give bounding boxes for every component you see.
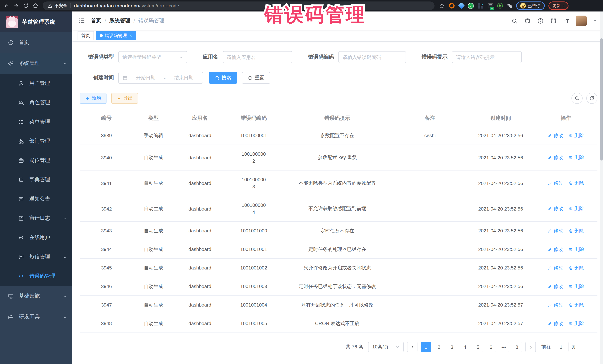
- delete-link[interactable]: 删除: [568, 154, 584, 161]
- error-tip-input[interactable]: [452, 51, 522, 63]
- sidebar-item-depts[interactable]: 部门管理: [0, 132, 72, 151]
- sidebar-item-system[interactable]: 系统管理: [0, 53, 72, 74]
- delete-link[interactable]: 删除: [568, 302, 584, 308]
- browser-profile-chip[interactable]: 已暂停: [516, 1, 545, 10]
- next-page-button[interactable]: [525, 342, 536, 352]
- sidebar-item-menus[interactable]: 菜单管理: [0, 112, 72, 132]
- edit-link[interactable]: 修改: [548, 320, 563, 327]
- delete-link[interactable]: 删除: [568, 227, 584, 234]
- export-button[interactable]: 导出: [111, 93, 138, 104]
- url-bar[interactable]: 不安全 dashboard.yudao.iocoder.cn/system/er…: [43, 1, 435, 10]
- page-4[interactable]: 4: [460, 342, 470, 352]
- page-5[interactable]: 5: [473, 342, 483, 352]
- cell-id: 3944: [80, 240, 133, 259]
- help-icon[interactable]: [537, 17, 544, 24]
- chevron-down-icon: [63, 294, 67, 298]
- cell-actions: 修改删除: [534, 277, 597, 296]
- extension-key-icon[interactable]: [497, 3, 503, 9]
- edit-link[interactable]: 修改: [548, 132, 563, 139]
- table-row: 3945自动生成dashboard1001001002只允许修改为开启或者关闭状…: [80, 259, 597, 277]
- date-range-picker[interactable]: 开始日期 - 结束日期: [118, 72, 203, 84]
- edit-link[interactable]: 修改: [548, 227, 563, 234]
- extension-list-icon[interactable]: on: [487, 3, 493, 9]
- tag-home[interactable]: 首页: [78, 31, 94, 40]
- tag-error-code[interactable]: 错误码管理 ×: [96, 31, 136, 40]
- chevron-down-icon: [63, 315, 67, 319]
- edit-link[interactable]: 修改: [548, 283, 563, 290]
- sidebar-item-posts[interactable]: 岗位管理: [0, 151, 72, 170]
- sms-icon: [18, 254, 24, 260]
- extensions-puzzle-icon[interactable]: [507, 3, 512, 9]
- forward-icon[interactable]: [13, 3, 19, 9]
- browser-menu-icon[interactable]: [564, 4, 564, 8]
- edit-link[interactable]: 修改: [548, 265, 563, 271]
- page-1[interactable]: 1: [421, 342, 431, 352]
- chevron-down-icon[interactable]: [593, 17, 597, 24]
- home-icon[interactable]: [33, 3, 38, 9]
- edit-link[interactable]: 修改: [548, 302, 563, 308]
- edit-link[interactable]: 修改: [548, 205, 563, 212]
- page-2[interactable]: 2: [434, 342, 444, 352]
- breadcrumb-system[interactable]: 系统管理: [109, 17, 130, 24]
- page-8[interactable]: 8: [512, 342, 522, 352]
- edit-link[interactable]: 修改: [548, 154, 563, 161]
- extension-gem-icon[interactable]: [458, 3, 464, 9]
- page-more[interactable]: •••: [499, 342, 509, 352]
- avatar[interactable]: [576, 15, 587, 26]
- bookmark-star-icon[interactable]: [439, 3, 445, 9]
- delete-link[interactable]: 删除: [568, 283, 584, 290]
- delete-link[interactable]: 删除: [568, 132, 584, 139]
- sidebar-item-notices[interactable]: 通知公告: [0, 189, 72, 209]
- sidebar-item-roles[interactable]: 角色管理: [0, 93, 72, 112]
- page-scrollbar[interactable]: [600, 11, 603, 364]
- reset-button[interactable]: 重置: [242, 72, 270, 84]
- search-button[interactable]: 搜索: [209, 72, 237, 84]
- sidebar-item-home[interactable]: 首页: [0, 32, 72, 53]
- sidebar-item-sms[interactable]: 短信管理: [0, 247, 72, 266]
- delete-link[interactable]: 删除: [568, 320, 584, 327]
- reload-icon[interactable]: [23, 3, 29, 9]
- browser-update-button[interactable]: 更新: [548, 1, 568, 10]
- sidebar-item-error-code[interactable]: 错误码管理: [0, 266, 72, 286]
- delete-link[interactable]: 删除: [568, 205, 584, 212]
- show-search-button[interactable]: [571, 93, 583, 104]
- sidebar-item-dicts[interactable]: 字典管理: [0, 170, 72, 189]
- delete-link[interactable]: 删除: [568, 180, 584, 187]
- scrollbar-thumb[interactable]: [600, 38, 603, 161]
- delete-link[interactable]: 删除: [568, 265, 584, 271]
- edit-link[interactable]: 修改: [548, 246, 563, 253]
- hamburger-icon[interactable]: [78, 17, 85, 24]
- dashboard-icon: [7, 39, 14, 46]
- breadcrumb: 首页 / 系统管理 / 错误码管理: [91, 17, 164, 24]
- sidebar-item-audit-log[interactable]: 审计日志: [0, 209, 72, 228]
- app-name-input[interactable]: [223, 51, 292, 63]
- goto-page-input[interactable]: [554, 342, 568, 352]
- page-3[interactable]: 3: [447, 342, 457, 352]
- search-icon[interactable]: [511, 17, 518, 24]
- font-size-icon[interactable]: [563, 17, 570, 24]
- fullscreen-icon[interactable]: [550, 17, 557, 24]
- error-code-input[interactable]: [338, 51, 406, 63]
- close-icon[interactable]: ×: [129, 33, 132, 38]
- error-code-table: 编号 类型 应用名 错误码编码 错误码提示 备注 创建时间 操作 3939手动编…: [80, 110, 597, 333]
- error-type-select[interactable]: 请选择错误码类型: [118, 51, 187, 63]
- search-icon: [574, 96, 580, 101]
- page-size-select[interactable]: 10条/页: [368, 342, 404, 352]
- extension-grid-icon[interactable]: [477, 3, 484, 9]
- edit-link[interactable]: 修改: [548, 180, 563, 187]
- page-6[interactable]: 6: [486, 342, 496, 352]
- sidebar-item-dev-tools[interactable]: 研发工具: [0, 307, 72, 327]
- back-icon[interactable]: [4, 3, 9, 9]
- breadcrumb-home[interactable]: 首页: [91, 17, 101, 24]
- logo[interactable]: 芋道管理系统: [0, 11, 72, 32]
- extension-green-icon[interactable]: ✓: [468, 3, 474, 9]
- sidebar-item-infra[interactable]: 基础设施: [0, 286, 72, 307]
- extension-orange-icon[interactable]: [449, 3, 454, 9]
- github-icon[interactable]: [524, 17, 531, 24]
- prev-page-button[interactable]: [407, 342, 417, 352]
- sidebar-item-users[interactable]: 用户管理: [0, 74, 72, 93]
- add-button[interactable]: 新增: [80, 93, 106, 104]
- refresh-table-button[interactable]: [586, 93, 597, 104]
- sidebar-item-online-user[interactable]: 在线用户: [0, 228, 72, 247]
- delete-link[interactable]: 删除: [568, 246, 584, 253]
